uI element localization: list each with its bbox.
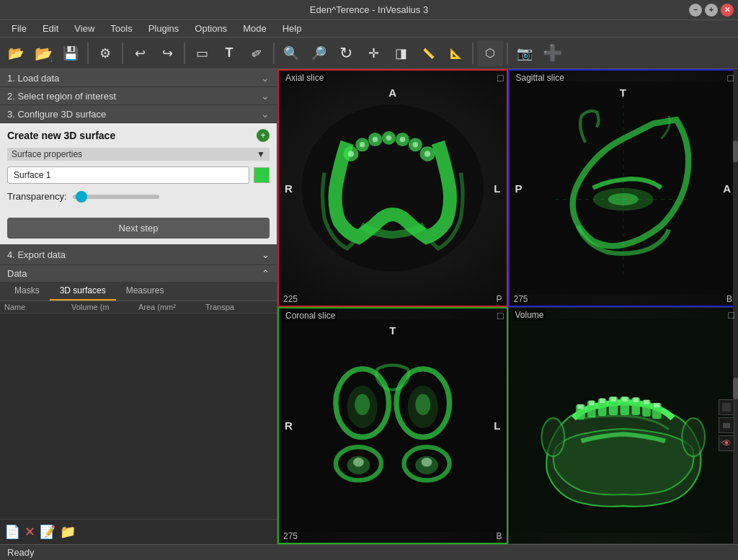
redo-button[interactable]: ↪ (154, 40, 180, 66)
v-scrollbar-thumb-top (733, 141, 738, 162)
svg-rect-20 (279, 319, 507, 531)
sagittal-scan-display (510, 71, 737, 306)
step-3-collapse[interactable]: ⌄ (261, 108, 270, 120)
window-controls: – + ✕ (689, 4, 734, 17)
measure-button[interactable]: 📐 (443, 40, 468, 66)
data-header-label: Data (7, 268, 27, 279)
menu-help[interactable]: Help (275, 22, 309, 35)
surface-color-swatch[interactable] (254, 167, 270, 183)
save-button[interactable]: 💾 (58, 40, 84, 66)
import-dicom-button[interactable]: 📂↓ (30, 40, 56, 66)
coronal-right-dir: L (494, 419, 500, 432)
toolbar-sep-3 (184, 43, 185, 64)
volume-display (509, 308, 738, 544)
sagittal-collapse-button[interactable]: □ (728, 72, 734, 84)
zoom-in-button[interactable]: 🔎 (306, 40, 332, 66)
window-title: Eden^Terence - InVesalius 3 (310, 4, 428, 15)
coronal-collapse-button[interactable]: □ (497, 310, 503, 321)
data-columns: Name Volume (m Area (mm² Transpa (0, 301, 277, 314)
step-1-item[interactable]: 1. Load data ⌄ (0, 69, 277, 87)
tab-3d-surfaces[interactable]: 3D surfaces (50, 282, 116, 301)
data-section: Data ⌃ Masks 3D surfaces Measures Name V… (0, 265, 277, 544)
right-panel: Axial slice □ A R L 225 P (277, 69, 738, 544)
svg-rect-46 (621, 396, 627, 401)
minimize-button[interactable]: – (689, 4, 702, 17)
toolbar-sep-1 (87, 43, 89, 64)
move-button[interactable]: ✛ (360, 40, 386, 66)
step-4-item[interactable]: 4. Export data ⌄ (0, 245, 277, 265)
menu-edit[interactable]: Edit (35, 22, 66, 35)
step-1-label: 1. Load data (7, 73, 59, 84)
step-1-collapse[interactable]: ⌄ (261, 72, 270, 84)
undo-button[interactable]: ↩ (127, 40, 153, 66)
rotate-button[interactable]: ↻ (333, 40, 359, 66)
svg-point-25 (355, 394, 370, 414)
menu-plugins[interactable]: Plugins (141, 22, 187, 35)
transparency-slider-track[interactable] (73, 195, 159, 199)
data-header: Data ⌃ (0, 265, 277, 282)
menu-view[interactable]: View (67, 22, 102, 35)
volume-icon-1[interactable] (719, 399, 734, 415)
surface-select[interactable]: Surface 1 (7, 166, 249, 184)
import-button[interactable]: 📂 (3, 40, 29, 66)
edit-button[interactable]: 📝 (40, 524, 55, 540)
sagittal-slice-label: Sagittal slice (514, 72, 566, 84)
col-volume: Volume (m (71, 303, 138, 311)
pointer-button[interactable]: ⬡ (477, 40, 503, 66)
svg-point-26 (415, 394, 430, 414)
step-4-collapse[interactable]: ⌄ (262, 249, 270, 260)
v-scrollbar-top[interactable] (733, 69, 738, 307)
volume-icon-3[interactable]: 👁 (719, 435, 734, 451)
menu-file[interactable]: File (4, 22, 34, 35)
step-2-collapse[interactable]: ⌄ (261, 90, 270, 102)
zoom-out-button[interactable]: 🔍 (278, 40, 304, 66)
surface-panel-header: Create new 3D surface + (7, 129, 270, 142)
folder-button[interactable]: 📁 (60, 524, 76, 540)
axial-collapse-button[interactable]: □ (497, 72, 503, 84)
rect-select-button[interactable]: ▭ (189, 40, 215, 66)
close-button[interactable]: ✕ (721, 4, 734, 17)
text-button[interactable]: T (216, 40, 242, 66)
surface-panel: Create new 3D surface + Surface properti… (0, 123, 277, 245)
volume-icon-2[interactable] (719, 417, 734, 433)
spacer (7, 208, 270, 213)
camera-button[interactable]: 📷 (512, 40, 538, 66)
coronal-slice-label: Coronal slice (283, 310, 337, 321)
col-transparency: Transpa (205, 303, 272, 311)
transparency-row: Transparency: (7, 191, 270, 202)
data-tabs: Masks 3D surfaces Measures (0, 282, 277, 301)
sagittal-right-dir: A (723, 182, 731, 194)
menu-mode[interactable]: Mode (236, 22, 274, 35)
svg-point-14 (424, 151, 430, 156)
svg-rect-52 (722, 403, 731, 412)
delete-button[interactable]: ✕ (25, 524, 35, 540)
step-3-item[interactable]: 3. Configure 3D surface ⌄ (0, 105, 277, 123)
volume-collapse-button[interactable]: □ (729, 309, 734, 321)
axial-scan-display (279, 71, 507, 306)
step-2-item[interactable]: 2. Select region of interest ⌄ (0, 87, 277, 105)
settings-button[interactable]: ⚙ (92, 40, 118, 66)
toolbar-sep-5 (472, 43, 474, 64)
maximize-button[interactable]: + (705, 4, 718, 17)
menu-options[interactable]: Options (187, 22, 234, 35)
contrast-button[interactable]: ◨ (388, 40, 414, 66)
surface-props-label: Surface properties ▼ (7, 148, 270, 161)
tab-masks[interactable]: Masks (4, 282, 50, 301)
surface-props-arrow: ▼ (257, 149, 265, 159)
axial-top-dir: A (388, 86, 396, 99)
add-button[interactable]: ➕ (539, 40, 565, 66)
tab-measures[interactable]: Measures (116, 282, 174, 301)
svg-point-8 (348, 151, 354, 156)
volume-panel: Volume □ (508, 307, 739, 545)
svg-point-51 (541, 418, 564, 456)
menu-tools[interactable]: Tools (103, 22, 139, 35)
next-step-button[interactable]: Next step (7, 218, 270, 239)
surface-panel-title: Create new 3D surface (7, 130, 115, 141)
surface-panel-add-icon[interactable]: + (257, 129, 270, 142)
sagittal-slice-num: 275 (514, 294, 528, 304)
ruler-button[interactable]: 📏 (415, 40, 441, 66)
new-file-button[interactable]: 📄 (4, 524, 20, 540)
pencil-button[interactable]: ✏ (239, 35, 274, 71)
data-header-collapse[interactable]: ⌃ (262, 268, 270, 279)
axial-slice-num: 225 (283, 294, 298, 304)
